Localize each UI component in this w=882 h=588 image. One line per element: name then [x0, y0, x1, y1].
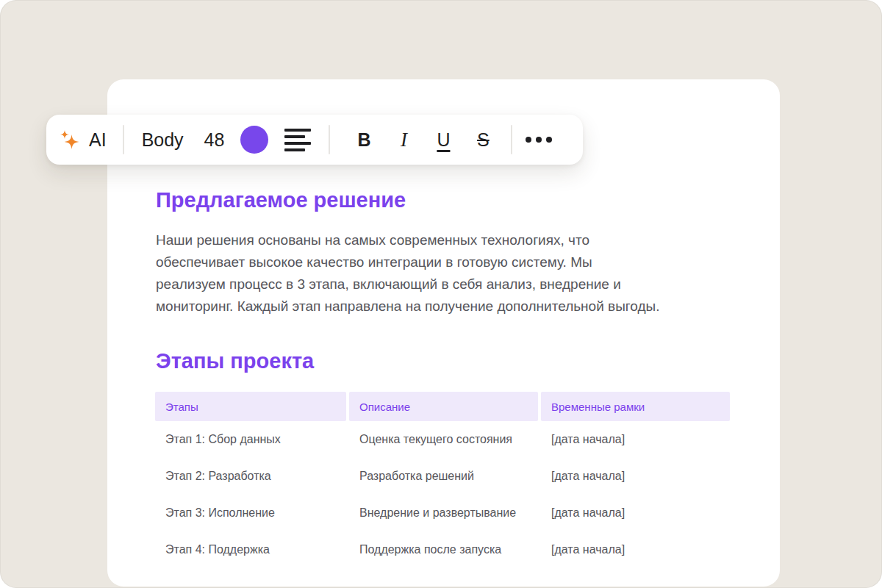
paragraph-style-selector[interactable]: Body: [142, 129, 184, 151]
table-cell[interactable]: Поддержка после запуска: [349, 543, 538, 556]
bold-button[interactable]: B: [349, 129, 379, 151]
align-left-icon[interactable]: [284, 129, 311, 151]
table-row: Этап 2: Разработка Разработка решений [д…: [155, 458, 730, 495]
table-row: Этап 4: Поддержка Поддержка после запуск…: [155, 531, 730, 568]
font-size-selector[interactable]: 48: [204, 129, 225, 151]
paragraph-line: мониторинг. Каждый этап направлена на по…: [156, 295, 660, 318]
table-cell[interactable]: [дата начала]: [541, 470, 730, 483]
table-cell[interactable]: [дата начала]: [541, 433, 730, 446]
table-cell[interactable]: Внедрение и развертывание: [349, 506, 538, 520]
paragraph-line: Наши решения основаны на самых современн…: [156, 229, 660, 251]
doc-heading-solution[interactable]: Предлагаемое решение: [156, 186, 406, 214]
toolbar-divider: [123, 125, 124, 154]
table-cell[interactable]: Этап 1: Сбор данных: [155, 433, 346, 446]
table-cell[interactable]: Оценка текущего состояния: [349, 433, 538, 446]
table-cell[interactable]: [дата начала]: [541, 506, 730, 520]
table-cell[interactable]: Этап 4: Поддержка: [155, 543, 346, 556]
stages-table: Этапы Описание Временные рамки Этап 1: С…: [155, 392, 730, 568]
paragraph-line: реализуем процесс в 3 этапа, включающий …: [156, 273, 660, 295]
paragraph-line: обеспечивает высокое качество интеграции…: [156, 251, 660, 273]
table-cell[interactable]: [дата начала]: [541, 543, 730, 556]
ai-button[interactable]: AI: [60, 129, 107, 151]
table-header-row: Этапы Описание Временные рамки: [155, 392, 730, 421]
doc-paragraph[interactable]: Наши решения основаны на самых современн…: [156, 229, 660, 318]
table-row: Этап 3: Исполнение Внедрение и развертыв…: [155, 495, 730, 531]
strikethrough-button[interactable]: S: [468, 129, 498, 151]
ai-button-label: AI: [89, 129, 107, 151]
table-header-description[interactable]: Описание: [349, 392, 538, 421]
more-options-icon[interactable]: [526, 137, 552, 143]
underline-button[interactable]: U: [429, 129, 458, 151]
table-row: Этап 1: Сбор данных Оценка текущего сост…: [155, 421, 730, 458]
ai-sparkle-icon: [60, 129, 80, 150]
app-frame: Предлагаемое решение Наши решения основа…: [0, 0, 882, 588]
table-header-stages[interactable]: Этапы: [155, 392, 346, 421]
table-header-timeframe[interactable]: Временные рамки: [541, 392, 730, 421]
table-cell[interactable]: Этап 2: Разработка: [155, 470, 346, 483]
toolbar-divider: [511, 125, 512, 154]
doc-heading-stages[interactable]: Этапы проекта: [156, 347, 314, 375]
toolbar-divider: [329, 125, 330, 154]
formatting-toolbar: AI Body 48 B I U S: [46, 115, 583, 165]
italic-button[interactable]: I: [389, 129, 418, 151]
table-cell[interactable]: Разработка решений: [349, 470, 538, 483]
text-color-swatch[interactable]: [240, 126, 268, 154]
table-cell[interactable]: Этап 3: Исполнение: [155, 506, 346, 520]
